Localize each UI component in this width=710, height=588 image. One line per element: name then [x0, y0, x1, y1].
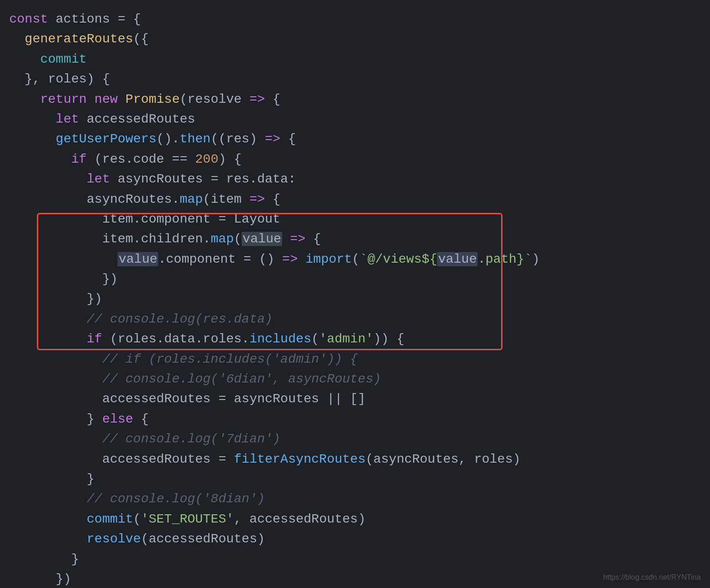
- code-line-6: let accessedRoutes: [9, 109, 696, 129]
- code-line-17: if (roles.data.roles.includes('admin')) …: [9, 329, 696, 349]
- code-line-11: item.component = Layout: [9, 209, 696, 229]
- code-line-26: commit('SET_ROUTES', accessedRoutes): [9, 509, 696, 529]
- code-line-1: const actions = {: [9, 9, 696, 29]
- code-line-7: getUserPowers().then((res) => {: [9, 129, 696, 149]
- code-line-25: // console.log('8dian'): [9, 489, 696, 509]
- code-line-13: value.component = () => import(`@/views$…: [9, 249, 696, 269]
- code-line-5: return new Promise(resolve => {: [9, 89, 696, 109]
- code-line-29: }): [9, 569, 696, 588]
- code-line-24: }: [9, 469, 696, 489]
- code-line-2: generateRoutes({: [9, 29, 696, 49]
- code-line-21: } else {: [9, 409, 696, 429]
- watermark: https://blog.csdn.net/RYNTina: [603, 572, 701, 583]
- code-line-16: // console.log(res.data): [9, 309, 696, 329]
- code-line-8: if (res.code == 200) {: [9, 149, 696, 169]
- code-line-22: // console.log('7dian'): [9, 429, 696, 449]
- code-line-23: accessedRoutes = filterAsyncRoutes(async…: [9, 449, 696, 469]
- code-line-3: commit: [9, 49, 696, 69]
- code-line-10: asyncRoutes.map(item => {: [9, 189, 696, 209]
- code-line-27: resolve(accessedRoutes): [9, 529, 696, 549]
- code-line-19: // console.log('6dian', asyncRoutes): [9, 369, 696, 389]
- code-line-12: item.children.map(value => {: [9, 229, 696, 249]
- code-line-28: }: [9, 549, 696, 569]
- code-line-4: }, roles) {: [9, 69, 696, 89]
- code-line-15: }): [9, 289, 696, 309]
- code-line-9: let asyncRoutes = res.data:: [9, 169, 696, 189]
- code-line-18: // if (roles.includes('admin')) {: [9, 349, 696, 369]
- code-line-20: accessedRoutes = asyncRoutes || []: [9, 389, 696, 409]
- code-line-14: }): [9, 269, 696, 289]
- code-block: const actions = { generateRoutes({ commi…: [0, 0, 710, 588]
